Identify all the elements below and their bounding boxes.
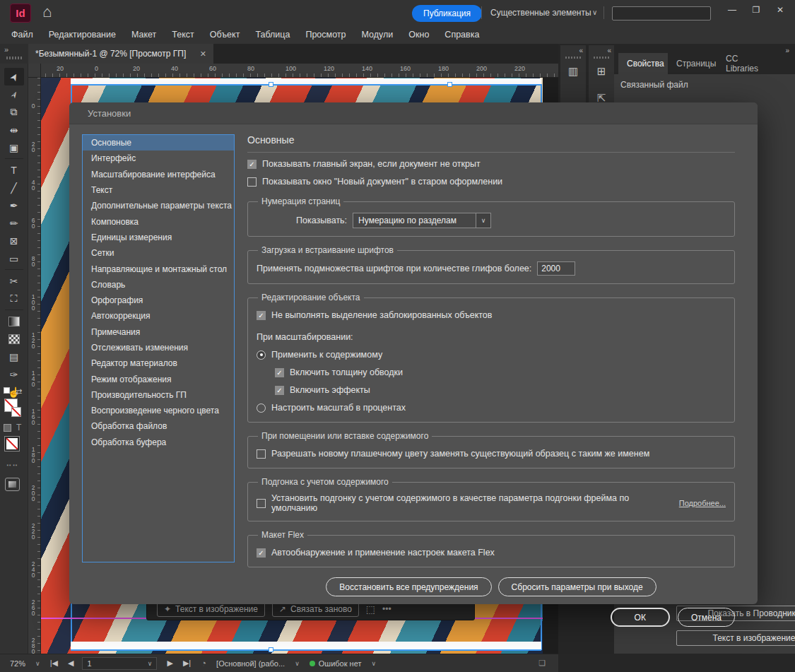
line-tool[interactable]: ╱ — [4, 179, 24, 196]
include-effects-checkbox[interactable]: ✓Включить эффекты — [275, 384, 726, 396]
preferences-category-14[interactable]: Редактор материалов — [83, 355, 234, 371]
preferences-category-1[interactable]: Интерфейс — [83, 151, 234, 166]
menu-item-9[interactable]: Справка — [444, 30, 479, 40]
default-swatches-icon[interactable] — [4, 387, 10, 394]
menu-item-7[interactable]: Модули — [362, 30, 394, 40]
home-icon[interactable]: ⌂ — [42, 3, 52, 21]
preflight-icon[interactable]: ◔ — [201, 658, 206, 668]
reset-warnings-button[interactable]: Восстановить все предупреждения — [326, 577, 491, 596]
tab-cc-libraries[interactable]: CC Libraries — [717, 53, 767, 74]
preferences-category-13[interactable]: Отслеживать изменения — [83, 340, 234, 355]
spread-view-icon[interactable]: ❏ — [538, 659, 546, 668]
note-tool[interactable]: ▤ — [4, 348, 24, 365]
gradient-tool[interactable] — [4, 312, 24, 330]
close-tab-icon[interactable]: ✕ — [200, 49, 206, 59]
next-page-button[interactable]: ▶ — [167, 659, 172, 668]
first-page-button[interactable]: |◀ — [50, 659, 58, 668]
swap-fill-stroke-icon[interactable]: ⇄ — [16, 387, 22, 396]
dashed-frame-icon[interactable]: ⣀⣀ — [6, 456, 18, 466]
apply-none-button[interactable] — [5, 437, 19, 451]
type-tool[interactable]: T — [4, 161, 24, 179]
previous-page-button[interactable]: ◀ — [68, 659, 73, 668]
menu-item-5[interactable]: Таблица — [255, 30, 290, 40]
zoom-level[interactable]: 72% — [10, 659, 25, 668]
preferences-category-3[interactable]: Текст — [83, 182, 234, 198]
gap-tool[interactable]: ⇹ — [4, 121, 24, 138]
minimize-button[interactable]: — — [720, 0, 744, 20]
quick-apply-panel-icon[interactable]: ▥ — [560, 65, 586, 78]
preferences-category-19[interactable]: Обработка буфера — [83, 435, 234, 450]
selection-tool[interactable]: ➤ — [4, 68, 24, 86]
frame-tool[interactable]: ⊠ — [4, 232, 24, 249]
adjust-scale-percentage-radio[interactable]: Настроить масштаб в процентах — [257, 401, 726, 414]
screen-mode-button[interactable] — [5, 478, 20, 491]
maximize-button[interactable]: ❐ — [744, 0, 768, 20]
stroke-swatch[interactable] — [11, 407, 21, 417]
expand-panel-icon[interactable]: » — [4, 45, 8, 54]
close-button[interactable]: ✕ — [768, 0, 792, 20]
legacy-new-doc-checkbox-box[interactable] — [247, 177, 257, 187]
content-aware-fit-default-checkbox-box[interactable] — [257, 499, 266, 508]
selection-handle[interactable] — [269, 82, 273, 87]
menu-item-4[interactable]: Объект — [210, 30, 240, 40]
preferences-category-8[interactable]: Направляющие и монтажный стол — [83, 261, 234, 276]
show-home-screen-checkbox[interactable]: ✓Показывать главный экран, если документ… — [247, 158, 735, 170]
menu-item-6[interactable]: Просмотр — [305, 30, 346, 40]
adjust-scale-percentage-radio-circle[interactable] — [257, 403, 266, 413]
content-aware-fit-default-checkbox[interactable]: Установить подгонку с учетом содержимого… — [257, 493, 726, 513]
prevent-locked-selection-checkbox[interactable]: ✓Не выполнять выделение заблокированных … — [257, 309, 726, 322]
menu-item-2[interactable]: Макет — [131, 30, 156, 40]
chevron-down-icon[interactable]: ∨ — [476, 213, 490, 228]
toolbar-dock-header[interactable]: » — [0, 44, 28, 64]
pencil-tool[interactable]: ✏ — [4, 214, 24, 232]
drag-grip[interactable] — [594, 57, 609, 59]
content-collector-tool[interactable]: ▣ — [4, 138, 24, 156]
reset-preferences-button[interactable]: Сбросить параметры при выходе — [498, 577, 656, 596]
publish-button[interactable]: Публикация — [412, 5, 482, 22]
flex-auto-detect-checkbox-box[interactable]: ✓ — [257, 548, 266, 558]
selection-handle[interactable] — [447, 82, 452, 87]
formatting-affects-text-icon[interactable]: T — [16, 423, 21, 432]
gradient-feather-tool[interactable] — [4, 330, 24, 348]
page-number-dropdown[interactable]: 1 ∨ — [82, 657, 157, 670]
workspace-switcher[interactable]: Существенные элементы — [490, 8, 591, 18]
document-tab[interactable]: *Безымянный-1 @ 72% [Просмотр ГП] ✕ — [28, 44, 213, 64]
preferences-category-5[interactable]: Компоновка — [83, 213, 234, 229]
page-numbering-select[interactable]: Нумерацию по разделам∨ — [353, 213, 491, 228]
preferences-category-17[interactable]: Воспроизведение черного цвета — [83, 403, 234, 418]
preferences-category-16[interactable]: Производительность ГП — [83, 387, 234, 403]
tab-properties[interactable]: Свойства — [618, 53, 673, 74]
tab-pages[interactable]: Страницы — [668, 53, 724, 74]
expand-panel-icon[interactable]: » — [785, 47, 789, 54]
preferences-category-7[interactable]: Сетки — [83, 245, 234, 261]
selection-handle[interactable] — [269, 647, 273, 652]
collapse-panel-icon[interactable]: « — [579, 47, 583, 54]
apply-to-content-radio-circle[interactable] — [257, 350, 266, 360]
menu-item-0[interactable]: Файл — [11, 30, 33, 40]
include-stroke-weight-checkbox-box[interactable]: ✓ — [275, 368, 284, 377]
pen-tool[interactable]: ✒ — [4, 196, 24, 214]
preferences-category-18[interactable]: Обработка файлов — [83, 418, 234, 434]
preferences-category-9[interactable]: Словарь — [83, 277, 234, 293]
allow-spot-color-replace-checkbox[interactable]: Разрешать новому плашечному цвету заменя… — [257, 447, 726, 460]
drag-grip[interactable] — [6, 57, 22, 59]
glyph-subset-input[interactable]: Применять подмножества шрифтов при колич… — [257, 261, 726, 276]
apply-to-content-radio[interactable]: Применить к содержимому — [257, 348, 726, 361]
include-stroke-weight-checkbox[interactable]: ✓Включить толщину обводки — [275, 366, 726, 379]
dialog-titlebar[interactable]: Установки — [69, 102, 758, 124]
show-home-screen-checkbox-box[interactable]: ✓ — [247, 160, 257, 169]
search-input[interactable] — [612, 6, 711, 20]
preferences-category-6[interactable]: Единицы измерения — [83, 230, 234, 245]
include-effects-checkbox-box[interactable]: ✓ — [275, 386, 284, 395]
preferences-category-15[interactable]: Режим отображения — [83, 371, 234, 387]
text-to-image-panel-button[interactable]: Текст в изображение — [676, 630, 795, 646]
preferences-category-10[interactable]: Орфография — [83, 293, 234, 308]
page-tool[interactable]: ⧉ — [4, 103, 24, 121]
grid-panel-icon[interactable]: ⊞ — [589, 65, 614, 78]
preferences-category-0[interactable]: Основные — [83, 135, 234, 151]
flex-auto-detect-checkbox[interactable]: ✓Автообнаружение и применение настроек м… — [257, 546, 726, 559]
ruler-origin[interactable] — [28, 64, 41, 78]
drag-grip[interactable] — [565, 57, 581, 59]
free-transform-tool[interactable]: ⛶ — [4, 290, 24, 307]
allow-spot-color-replace-checkbox-box[interactable] — [257, 449, 266, 459]
